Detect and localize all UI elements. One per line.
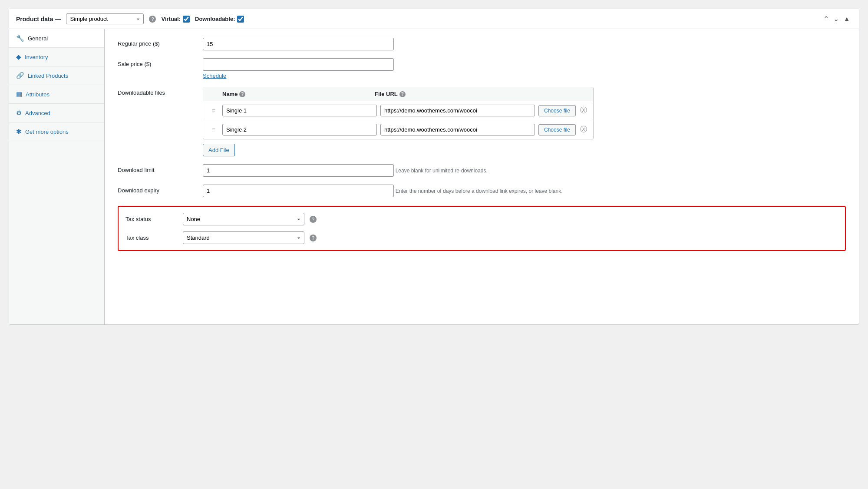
sidebar-item-attributes[interactable]: ▦ Attributes [9, 85, 104, 104]
tax-status-help-icon[interactable]: ? [310, 216, 317, 223]
downloadable-files-label: Downloadable files [118, 87, 196, 96]
sidebar-item-get-more-options[interactable]: ✱ Get more options [9, 122, 104, 141]
product-data-title: Product data — [16, 16, 61, 23]
sale-price-row: Sale price ($) Schedule [118, 58, 846, 79]
sidebar-item-general[interactable]: 🔧 General [9, 29, 104, 48]
download-limit-group: Leave blank for unlimited re-downloads. [203, 164, 488, 177]
product-data-header: Product data — Simple product Variable p… [9, 9, 859, 29]
drag-col-header [208, 91, 219, 97]
download-expiry-label: Download expiry [118, 185, 196, 194]
file-row: ≡ Choose file ⓧ [203, 101, 593, 120]
choose-file-btn-1[interactable]: Choose file [538, 105, 576, 116]
regular-price-input[interactable] [203, 38, 394, 50]
virtual-checkbox[interactable] [183, 16, 190, 23]
product-data-body: 🔧 General ◆ Inventory 🔗 Linked Products … [9, 29, 859, 324]
tax-status-label: Tax status [125, 216, 178, 222]
downloadable-checkbox[interactable] [237, 16, 244, 23]
collapse-arrows: ⌃ ⌄ ▲ [822, 14, 852, 24]
schedule-link[interactable]: Schedule [203, 73, 394, 79]
download-limit-label: Download limit [118, 164, 196, 173]
url-col-header: File URL ? [375, 91, 524, 97]
virtual-label: Virtual: [161, 16, 190, 23]
star-icon: ✱ [16, 128, 22, 135]
download-expiry-group: Enter the number of days before a downlo… [203, 185, 563, 197]
attributes-icon: ▦ [16, 90, 22, 98]
collapse-up-btn[interactable]: ⌃ [822, 14, 831, 24]
download-limit-input[interactable] [203, 164, 394, 177]
wrench-icon: 🔧 [16, 34, 24, 42]
downloadable-label: Downloadable: [195, 16, 244, 23]
download-limit-row: Download limit Leave blank for unlimited… [118, 164, 846, 177]
actions-col-header [527, 91, 588, 97]
tax-class-select[interactable]: Standard Reduced rate Zero rate [183, 231, 304, 244]
tax-class-row: Tax class Standard Reduced rate Zero rat… [125, 231, 838, 244]
sidebar: 🔧 General ◆ Inventory 🔗 Linked Products … [9, 29, 105, 324]
inventory-icon: ◆ [16, 53, 21, 61]
sale-price-label: Sale price ($) [118, 58, 196, 67]
sidebar-item-advanced[interactable]: ⚙ Advanced [9, 104, 104, 122]
file-name-input-1[interactable] [222, 105, 377, 116]
remove-file-btn-1[interactable]: ⓧ [579, 105, 588, 116]
add-file-btn[interactable]: Add File [203, 144, 235, 156]
file-url-input-2[interactable] [380, 124, 535, 135]
sale-price-input[interactable] [203, 58, 394, 71]
sale-price-group: Schedule [203, 58, 394, 79]
link-icon: 🔗 [16, 72, 24, 79]
download-expiry-row: Download expiry Enter the number of days… [118, 185, 846, 197]
product-data-panel: Product data — Simple product Variable p… [9, 9, 859, 325]
advanced-icon: ⚙ [16, 109, 22, 117]
downloadable-files-section: Name ? File URL ? ≡ [203, 87, 846, 156]
download-expiry-input[interactable] [203, 185, 394, 197]
files-table-header: Name ? File URL ? [203, 87, 593, 101]
collapse-toggle-btn[interactable]: ▲ [842, 14, 852, 24]
content-area: Regular price ($) Sale price ($) Schedul… [105, 29, 859, 324]
tax-class-help-icon[interactable]: ? [310, 235, 317, 241]
download-limit-hint: Leave blank for unlimited re-downloads. [396, 168, 488, 174]
files-table: Name ? File URL ? ≡ [203, 87, 594, 139]
tax-class-label: Tax class [125, 235, 178, 241]
tax-status-select[interactable]: None Taxable Shipping only [183, 213, 304, 225]
product-type-help-icon[interactable]: ? [149, 16, 156, 23]
regular-price-label: Regular price ($) [118, 38, 196, 47]
collapse-down-btn[interactable]: ⌄ [832, 14, 841, 24]
download-expiry-hint: Enter the number of days before a downlo… [396, 188, 563, 194]
file-row: ≡ Choose file ⓧ [203, 120, 593, 139]
name-help-icon[interactable]: ? [239, 91, 245, 97]
sidebar-item-inventory[interactable]: ◆ Inventory [9, 48, 104, 66]
tax-status-row: Tax status None Taxable Shipping only ? [125, 213, 838, 225]
remove-file-btn-2[interactable]: ⓧ [579, 124, 588, 135]
product-type-select[interactable]: Simple product Variable product Grouped … [66, 13, 144, 24]
drag-handle-icon[interactable]: ≡ [208, 107, 219, 114]
choose-file-btn-2[interactable]: Choose file [538, 124, 576, 135]
regular-price-row: Regular price ($) [118, 38, 846, 50]
sidebar-item-linked-products[interactable]: 🔗 Linked Products [9, 66, 104, 85]
downloadable-files-row: Downloadable files Name ? File URL [118, 87, 846, 156]
drag-handle-icon[interactable]: ≡ [208, 126, 219, 133]
name-col-header: Name ? [222, 91, 371, 97]
url-help-icon[interactable]: ? [399, 91, 406, 97]
file-url-input-1[interactable] [380, 105, 535, 116]
tax-section: Tax status None Taxable Shipping only ? … [118, 206, 846, 251]
file-name-input-2[interactable] [222, 124, 377, 135]
